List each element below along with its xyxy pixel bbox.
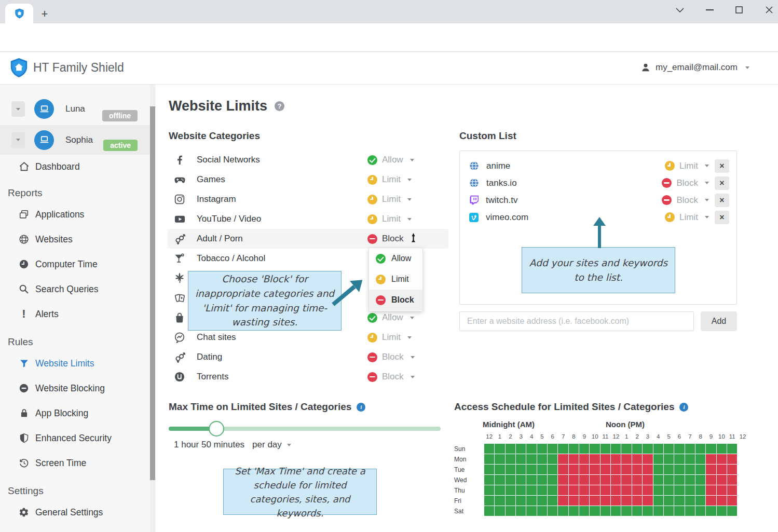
schedule-cell-allowed[interactable] xyxy=(664,454,674,464)
schedule-cell-blocked[interactable] xyxy=(621,496,631,506)
schedule-cell-allowed[interactable] xyxy=(558,444,568,454)
schedule-cell-allowed[interactable] xyxy=(548,444,557,454)
schedule-cell-blocked[interactable] xyxy=(632,465,642,474)
schedule-cell-blocked[interactable] xyxy=(590,496,599,506)
schedule-cell-blocked[interactable] xyxy=(569,475,579,485)
schedule-cell-blocked[interactable] xyxy=(727,465,737,474)
schedule-cell-allowed[interactable] xyxy=(516,454,526,464)
schedule-cell-blocked[interactable] xyxy=(611,454,621,464)
schedule-cell-allowed[interactable] xyxy=(495,454,504,464)
schedule-cell-blocked[interactable] xyxy=(569,465,579,474)
schedule-cell-allowed[interactable] xyxy=(484,496,494,506)
schedule-cell-blocked[interactable] xyxy=(706,496,716,506)
schedule-cell-allowed[interactable] xyxy=(653,444,663,454)
new-tab-button[interactable]: + xyxy=(38,8,51,21)
sidebar-item-search-queries[interactable]: Search Queries xyxy=(0,277,150,302)
schedule-cell-allowed[interactable] xyxy=(653,454,663,464)
schedule-cell-allowed[interactable] xyxy=(685,475,695,485)
schedule-cell-blocked[interactable] xyxy=(611,465,621,474)
chevron-down-icon[interactable] xyxy=(407,198,412,201)
schedule-cell-allowed[interactable] xyxy=(548,465,557,474)
schedule-cell-allowed[interactable] xyxy=(526,485,536,495)
schedule-cell-allowed[interactable] xyxy=(484,475,494,485)
chevron-down-icon[interactable] xyxy=(287,444,291,446)
schedule-cell-allowed[interactable] xyxy=(674,496,684,506)
schedule-cell-blocked[interactable] xyxy=(579,475,589,485)
schedule-cell-allowed[interactable] xyxy=(695,465,705,474)
schedule-cell-allowed[interactable] xyxy=(579,506,589,516)
schedule-cell-allowed[interactable] xyxy=(674,506,684,516)
category-row[interactable]: Torrents Block xyxy=(168,367,448,387)
schedule-cell-blocked[interactable] xyxy=(600,475,610,485)
sidebar-item-dashboard[interactable]: Dashboard xyxy=(0,154,150,179)
dropdown-option-limit[interactable]: Limit xyxy=(369,269,422,290)
schedule-cell-allowed[interactable] xyxy=(695,496,705,506)
chevron-down-icon[interactable] xyxy=(411,376,415,378)
schedule-cell-allowed[interactable] xyxy=(695,506,705,516)
schedule-cell-allowed[interactable] xyxy=(611,506,621,516)
schedule-cell-allowed[interactable] xyxy=(506,475,515,485)
schedule-cell-allowed[interactable] xyxy=(653,496,663,506)
slider-handle[interactable] xyxy=(209,421,224,436)
schedule-cell-allowed[interactable] xyxy=(600,444,610,454)
schedule-cell-allowed[interactable] xyxy=(621,506,631,516)
schedule-cell-blocked[interactable] xyxy=(579,485,589,495)
schedule-cell-allowed[interactable] xyxy=(674,454,684,464)
schedule-cell-allowed[interactable] xyxy=(664,465,674,474)
schedule-cell-allowed[interactable] xyxy=(706,444,716,454)
schedule-cell-allowed[interactable] xyxy=(516,465,526,474)
schedule-cell-allowed[interactable] xyxy=(695,485,705,495)
schedule-cell-allowed[interactable] xyxy=(495,496,504,506)
schedule-cell-blocked[interactable] xyxy=(569,454,579,464)
sidebar-item-general-settings[interactable]: General Settings xyxy=(0,500,150,525)
schedule-cell-blocked[interactable] xyxy=(579,465,589,474)
schedule-cell-allowed[interactable] xyxy=(548,496,557,506)
schedule-cell-allowed[interactable] xyxy=(537,465,547,474)
custom-list-row[interactable]: anime Limit× xyxy=(460,157,736,174)
schedule-cell-allowed[interactable] xyxy=(685,465,695,474)
chevron-down-icon[interactable] xyxy=(705,182,709,184)
schedule-cell-allowed[interactable] xyxy=(674,465,684,474)
schedule-cell-allowed[interactable] xyxy=(653,506,663,516)
custom-list-row[interactable]: tanks.io Block× xyxy=(460,174,736,192)
sidebar-item-enhanced-security[interactable]: Enhanced Security xyxy=(0,426,150,451)
schedule-cell-allowed[interactable] xyxy=(548,454,557,464)
schedule-cell-allowed[interactable] xyxy=(484,444,494,454)
schedule-cell-allowed[interactable] xyxy=(537,444,547,454)
website-address-input[interactable] xyxy=(459,311,694,331)
schedule-cell-allowed[interactable] xyxy=(537,485,547,495)
schedule-cell-blocked[interactable] xyxy=(590,465,599,474)
schedule-cell-blocked[interactable] xyxy=(632,454,642,464)
schedule-cell-allowed[interactable] xyxy=(526,444,536,454)
remove-site-button[interactable]: × xyxy=(715,194,729,207)
schedule-cell-allowed[interactable] xyxy=(506,496,515,506)
max-time-unit[interactable]: per day xyxy=(252,440,282,450)
schedule-cell-blocked[interactable] xyxy=(569,496,579,506)
sidebar-item-websites[interactable]: Websites xyxy=(0,227,150,252)
schedule-cell-allowed[interactable] xyxy=(495,444,504,454)
chevron-down-icon[interactable] xyxy=(410,159,414,161)
schedule-cell-allowed[interactable] xyxy=(664,444,674,454)
profile-luna[interactable]: Luna offline xyxy=(0,93,150,125)
chevron-down-icon[interactable] xyxy=(705,199,709,201)
category-row[interactable]: Dating Block xyxy=(168,347,448,367)
category-row[interactable]: Games Limit xyxy=(168,170,448,189)
dropdown-option-block[interactable]: Block xyxy=(369,290,422,310)
profile-expand-button[interactable] xyxy=(11,101,25,117)
schedule-cell-blocked[interactable] xyxy=(600,465,610,474)
schedule-cell-allowed[interactable] xyxy=(653,465,663,474)
schedule-cell-allowed[interactable] xyxy=(685,444,695,454)
schedule-cell-allowed[interactable] xyxy=(495,506,504,516)
chevron-down-icon[interactable] xyxy=(410,317,414,319)
schedule-cell-allowed[interactable] xyxy=(706,506,716,516)
profile-expand-button[interactable] xyxy=(11,132,25,148)
schedule-cell-blocked[interactable] xyxy=(590,485,599,495)
schedule-cell-allowed[interactable] xyxy=(685,496,695,506)
schedule-cell-blocked[interactable] xyxy=(717,454,727,464)
window-close-button[interactable] xyxy=(757,2,778,18)
sidebar-item-screen-time[interactable]: Screen Time xyxy=(0,451,150,475)
category-row-selected[interactable]: Adult / Porn Block xyxy=(168,229,448,249)
schedule-cell-allowed[interactable] xyxy=(484,485,494,495)
schedule-cell-blocked[interactable] xyxy=(643,465,652,474)
schedule-cell-blocked[interactable] xyxy=(611,485,621,495)
